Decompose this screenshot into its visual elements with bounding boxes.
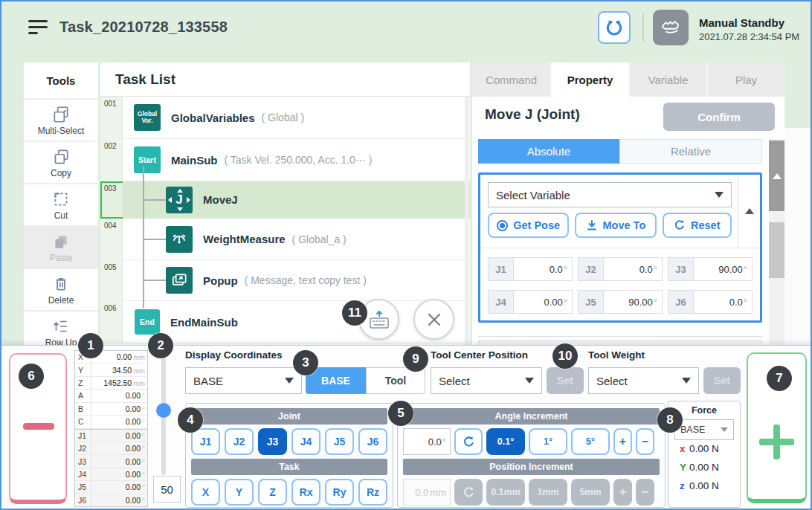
confirm-button[interactable]: Confirm [663,103,775,131]
callout-10: 10 [552,343,578,369]
speed-slider-thumb[interactable] [156,403,171,418]
tab-variable[interactable]: Variable [628,62,706,97]
triangle-up-icon [773,173,782,179]
jog-button-rx[interactable]: Rx [291,479,320,506]
jog-button-j5[interactable]: J5 [325,428,354,455]
angle-reset-button[interactable] [454,428,483,455]
task-row-globalvariables[interactable]: 001 Global Var. GlobalVariables ( Global… [100,97,470,139]
reset-button[interactable]: Reset [663,213,732,238]
right-gutter [784,128,812,345]
jog-button-z[interactable]: Z [258,479,287,506]
property-panel: Command Property Variable Play Move J (J… [472,62,784,345]
scrollbar-thumb[interactable] [769,141,784,211]
tool-delete[interactable]: Delete [24,269,98,310]
callout-11: 11 [342,300,367,326]
cut-icon [51,190,71,209]
angle-plus-button[interactable]: + [613,428,632,455]
position-step-1: 1mm [529,479,567,506]
jog-button-j6[interactable]: J6 [358,428,387,455]
gripper-button[interactable] [598,11,631,44]
task-header: Task [191,459,387,475]
angle-step-01[interactable]: 0.1° [486,428,525,455]
jog-button-rz[interactable]: Rz [358,479,387,506]
command-name: WeightMeasure [203,233,286,245]
reset-icon [463,486,475,499]
jog-button-y[interactable]: Y [225,479,254,506]
collapse-button[interactable] [738,175,760,248]
callout-3: 3 [293,350,318,375]
position-increment-header: Position Increment [403,459,660,475]
tab-play[interactable]: Play [706,62,784,97]
absolute-tab[interactable]: Absolute [478,139,619,164]
position-minus-button: − [636,479,654,506]
angle-increment-header: Angle Increment [403,408,660,425]
speed-value[interactable]: 50 [153,476,181,503]
chevron-down-icon [682,378,691,384]
robot-pose-table: X0.00mm Y34.50mm Z1452.50mm A0.00° B0.00… [74,350,148,507]
row-number: 003 [100,181,123,219]
command-detail: ( Global_a ) [292,233,347,245]
tool-weight-dropdown[interactable]: Select [588,367,699,394]
chevron-down-icon [721,427,728,432]
hand-icon [660,16,682,39]
jog-button-x[interactable]: X [191,479,220,506]
joint-field-j4[interactable]: J4 0.00° [488,290,573,314]
right-panel-scrollbar[interactable] [769,139,784,345]
tree-connector [143,280,166,281]
popup-icon [166,267,193,294]
move-to-button[interactable]: Move To [575,213,656,238]
multi-select-icon [51,105,71,124]
tool-copy[interactable]: Copy [24,142,98,183]
tcp-set-button: Set [547,367,584,394]
position-reset-button [454,479,483,506]
page-title: Task_20210728_133558 [59,19,228,36]
joint-field-j2[interactable]: J2 0.0° [578,257,663,281]
display-coordinates-label: Display Coordinates [185,349,283,361]
chevron-left-icon [168,197,172,203]
task-list-scrollbar[interactable] [465,97,469,345]
callout-4: 4 [178,407,203,433]
joint-field-j3[interactable]: J3 90.00° [668,257,753,281]
force-y-row: Y 0.00 N [668,462,740,480]
tcp-dropdown[interactable]: Select [431,367,542,394]
variable-dropdown[interactable]: Select Variable [488,182,732,207]
callout-1: 1 [78,333,103,358]
tab-command[interactable]: Command [472,62,550,97]
get-pose-button[interactable]: Get Pose [488,213,569,238]
callout-2: 2 [148,333,173,358]
target-icon [497,220,508,231]
tab-property[interactable]: Property [550,62,628,97]
mode-toggle: Absolute Relative [478,139,762,164]
global-var-icon: Global Var. [134,104,161,131]
manual-mode-button[interactable] [653,10,689,45]
angle-minus-button[interactable]: − [636,428,654,455]
joint-field-j6[interactable]: J6 0.0° [668,290,753,314]
tool-cut[interactable]: Cut [24,184,98,225]
angle-step-1[interactable]: 1° [529,428,567,455]
row-up-icon [51,317,71,336]
hamburger-menu-icon[interactable] [28,20,48,34]
jog-button-j3[interactable]: J3 [258,428,287,455]
right-panel-tabs: Command Property Variable Play [472,62,784,97]
reset-icon [674,219,686,231]
relative-tab[interactable]: Relative [619,139,762,164]
command-name: MainSub [171,154,218,167]
display-coordinates-dropdown[interactable]: BASE [185,367,302,394]
tree-connector [143,167,144,308]
scrollbar-thumb-secondary[interactable] [769,222,784,278]
tcp-label: Tool Center Position [431,349,528,361]
end-icon: End [135,309,160,335]
command-name: EndMainSub [170,316,238,329]
angle-step-5[interactable]: 5° [571,428,610,455]
force-frame-dropdown[interactable]: BASE [674,419,734,440]
task-row-mainsub[interactable]: 002 Start MainSub ( Task Vel. 250.000, A… [100,139,470,181]
joint-field-j5[interactable]: J5 90.00° [578,290,663,314]
close-button[interactable] [413,299,454,340]
jog-button-ry[interactable]: Ry [325,479,354,506]
tool-multi-select[interactable]: Multi-Select [24,100,98,141]
joint-field-j1[interactable]: J1 0.0° [488,257,573,281]
angle-increment-input[interactable]: 0.0° [403,428,451,455]
jog-button-j2[interactable]: J2 [225,428,254,455]
jog-button-j4[interactable]: J4 [291,428,320,455]
jog-button-j1[interactable]: J1 [191,428,220,455]
